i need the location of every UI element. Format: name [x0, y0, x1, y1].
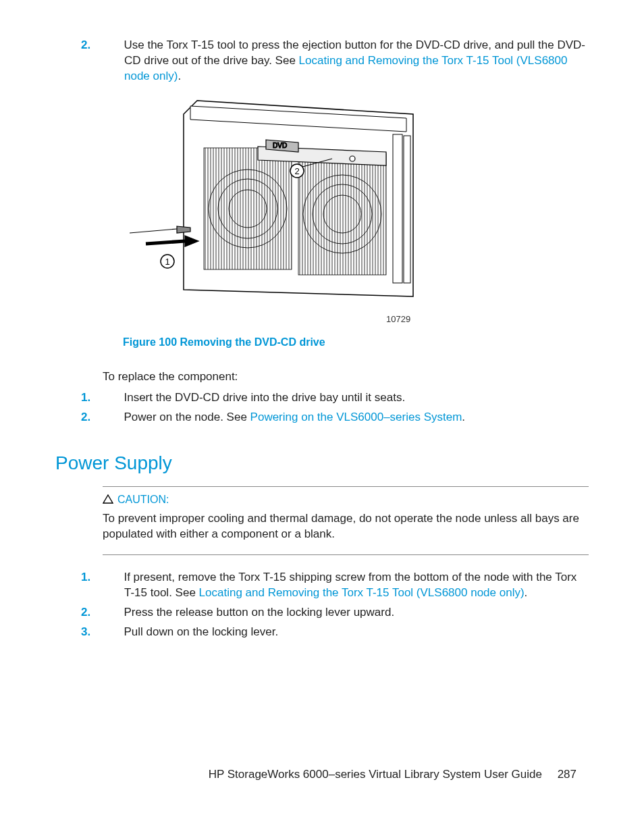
- svg-rect-4: [204, 148, 292, 269]
- svg-text:2: 2: [294, 166, 299, 176]
- figure-caption: Figure 100 Removing the DVD-CD drive: [123, 336, 589, 348]
- power-supply-step: 3. Pull down on the locking lever.: [103, 625, 589, 640]
- section-heading-power-supply: Power Supply: [55, 452, 589, 474]
- step-number: 2.: [103, 605, 117, 621]
- cross-reference-link[interactable]: Powering on the VLS6000–series System: [250, 411, 462, 423]
- step-text: Pull down on the locking lever.: [124, 625, 278, 638]
- caution-icon: [103, 494, 113, 506]
- svg-line-21: [146, 241, 185, 244]
- figure-100: DVD 2: [123, 94, 589, 348]
- dvd-remove-step: 2. Use the Torx T-15 tool to press the e…: [103, 38, 589, 84]
- svg-rect-26: [404, 136, 410, 283]
- step-number: 3.: [103, 625, 117, 640]
- step-number: 2.: [103, 38, 117, 53]
- svg-rect-25: [393, 134, 402, 283]
- step-text: .: [525, 586, 528, 599]
- step-number: 2.: [103, 410, 117, 425]
- dvd-replace-step: 1. Insert the DVD-CD drive into the driv…: [103, 390, 589, 406]
- footer-page-number: 287: [558, 768, 576, 781]
- svg-line-19: [130, 229, 177, 233]
- power-supply-step: 1. If present, remove the Torx T-15 ship…: [103, 570, 589, 601]
- footer-title: HP StorageWorks 6000–series Virtual Libr…: [209, 768, 542, 781]
- step-number: 1.: [103, 570, 117, 585]
- step-text: .: [462, 411, 465, 423]
- step-text: Insert the DVD-CD drive into the drive b…: [124, 391, 405, 404]
- svg-marker-27: [103, 495, 113, 503]
- page-footer: HP StorageWorks 6000–series Virtual Libr…: [209, 768, 576, 781]
- svg-rect-5: [298, 153, 386, 275]
- svg-text:1: 1: [165, 257, 169, 267]
- figure-id: 10729: [386, 314, 589, 324]
- svg-marker-20: [177, 226, 190, 233]
- step-text: Power on the node. See: [124, 411, 250, 423]
- dvd-replace-step: 2. Power on the node. See Powering on th…: [103, 410, 589, 425]
- step-text: Press the release button on the locking …: [124, 606, 394, 619]
- step-number: 1.: [103, 390, 117, 406]
- step-text: .: [178, 70, 181, 82]
- dvd-cd-drive-illustration: DVD 2: [123, 94, 420, 310]
- power-supply-step: 2. Press the release button on the locki…: [103, 605, 589, 621]
- caution-box: CAUTION: To prevent improper cooling and…: [103, 486, 589, 556]
- cross-reference-link[interactable]: Locating and Removing the Torx T-15 Tool…: [199, 586, 525, 599]
- caution-label: CAUTION:: [117, 494, 169, 505]
- svg-point-15: [350, 156, 355, 161]
- svg-text:DVD: DVD: [273, 142, 287, 149]
- replace-intro: To replace the component:: [103, 370, 589, 384]
- caution-body: To prevent improper cooling and thermal …: [103, 511, 589, 543]
